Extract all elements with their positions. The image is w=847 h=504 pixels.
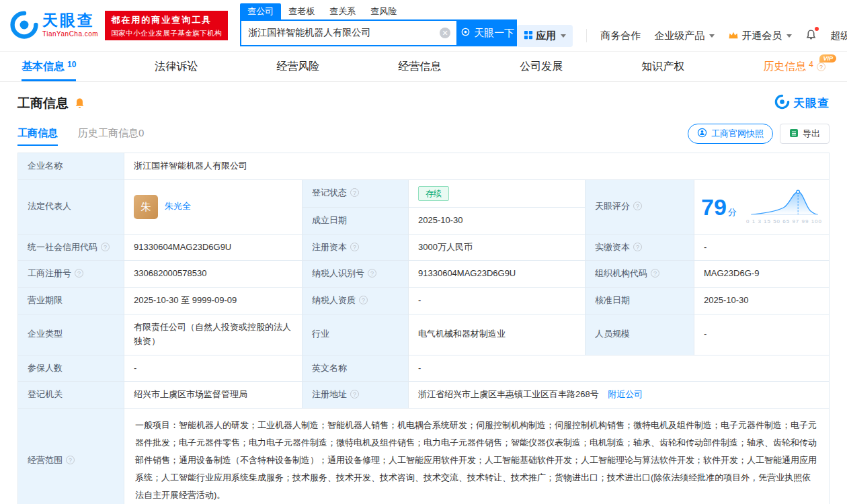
info-icon[interactable]: ? [359, 296, 368, 304]
label-legal-rep: 法定代表人 [18, 179, 124, 234]
table-row: 经营范围? 一般项目：智能机器人的研发；工业机器人制造；智能机器人销售；机电耦合… [18, 409, 830, 504]
info-icon[interactable]: ? [651, 269, 659, 278]
subtab-row: 工商信息 历史工商信息0 工商官网快照 导出 [17, 122, 830, 146]
label-reg-status: 登记状态? [302, 179, 409, 207]
value-reg-authority: 绍兴市上虞区市场监督管理局 [124, 382, 302, 409]
info-icon[interactable]: ? [66, 456, 75, 464]
search-input[interactable] [248, 28, 440, 38]
search-tab-relation[interactable]: 查关系 [322, 3, 363, 19]
value-insured-count: - [124, 355, 302, 382]
chevron-down-icon [709, 34, 715, 38]
tianyancha-logo[interactable]: 天眼查 TianYanCha.com [9, 8, 98, 42]
label-taxpayer-quali: 纳税人资质? [302, 288, 409, 314]
score-axis-labels: 0 1 3 15 50 65 97 99 100 [746, 218, 822, 226]
search-button[interactable]: 天眼一下 [458, 19, 517, 46]
search-button-label: 天眼一下 [474, 27, 514, 40]
clear-search-icon[interactable]: ✕ [440, 28, 450, 38]
label-score: 天眼评分? [586, 179, 694, 234]
cooperation-label: 商务合作 [600, 30, 641, 42]
label-establish-date: 成立日期 [302, 207, 409, 234]
tab-operating-info[interactable]: 经营信息 [398, 52, 441, 81]
notification-dot [815, 27, 819, 31]
export-button[interactable]: 导出 [780, 124, 830, 144]
enterprise-products-menu[interactable]: 企业级产品 [654, 30, 715, 42]
watermark-logo: 天眼查 [774, 94, 830, 112]
open-vip-menu[interactable]: 开通会员 [728, 30, 792, 42]
nearby-companies-link[interactable]: 附近公司 [608, 389, 643, 399]
value-paid-capital: - [694, 234, 830, 261]
tab-intellectual-property[interactable]: 知识产权 [641, 52, 684, 81]
info-icon[interactable]: ? [633, 202, 642, 210]
watermark-text: 天眼查 [793, 95, 830, 111]
info-icon[interactable]: ? [75, 269, 83, 278]
search-tab-risk[interactable]: 查风险 [363, 3, 404, 19]
info-icon[interactable]: ? [350, 243, 359, 251]
apps-menu[interactable]: 应用 [517, 25, 573, 47]
subtab-history-business-info[interactable]: 历史工商信息0 [78, 122, 144, 146]
tab-company-development[interactable]: 公司发展 [520, 52, 563, 81]
info-icon[interactable]: ? [368, 269, 376, 278]
search-tab-boss[interactable]: 查老板 [281, 3, 322, 19]
company-nav-tabs: 基本信息 10 法律诉讼 经营风险 经营信息 公司发展 知识产权 VIP 历史信… [0, 51, 847, 82]
tab-basic-info[interactable]: 基本信息 10 [22, 52, 76, 81]
info-icon[interactable]: ? [350, 188, 359, 197]
tab-legal-litigation[interactable]: 法律诉讼 [155, 52, 198, 81]
section-title: 工商信息 [17, 95, 69, 112]
info-icon[interactable]: ? [817, 62, 825, 71]
table-row: 工商注册号? 330682000578530 纳税人识别号? 91330604M… [18, 261, 830, 288]
table-row: 登记机关 绍兴市上虞区市场监督管理局 注册地址? 浙江省绍兴市上虞区丰惠镇工业区… [18, 382, 830, 409]
chevron-down-icon [787, 34, 792, 38]
crown-icon [728, 30, 739, 42]
tab-legal-litigation-label: 法律诉讼 [155, 60, 198, 74]
search-block: 查公司 查老板 查关系 查风险 ✕ 天眼一下 [240, 3, 517, 51]
value-credit-code: 91330604MAG23D6G9U [124, 234, 302, 261]
value-taxpayer-id: 91330604MAG23D6G9U [409, 261, 586, 288]
label-reg-capital: 注册资本? [302, 234, 409, 261]
promo-badge: 都在用的商业查询工具 国家中小企业发展子基金旗下机构 [105, 11, 228, 40]
business-info-table: 企业名称 浙江国祥智能机器人有限公司 法定代表人 朱 朱光全 登记状态? 存续 … [17, 153, 830, 504]
enterprise-label: 企业级产品 [654, 30, 704, 42]
info-icon[interactable]: ? [350, 390, 359, 398]
business-cooperation-menu[interactable]: 商务合作 [600, 30, 641, 42]
bell-icon [805, 29, 817, 42]
legal-rep-link[interactable]: 朱光全 [165, 200, 191, 214]
subtab-business-info[interactable]: 工商信息 [17, 122, 58, 146]
value-score: 79分 0 1 3 15 50 65 97 99 100 [694, 179, 830, 234]
info-icon[interactable]: ? [633, 243, 642, 251]
search-tab-company[interactable]: 查公司 [240, 3, 281, 19]
label-staff-size: 人员规模 [586, 314, 694, 355]
grid-icon [524, 30, 533, 42]
tab-historical-info-count: 4 [809, 60, 813, 69]
promo-line1: 都在用的商业查询工具 [111, 14, 222, 26]
label-business-scope: 经营范围? [18, 409, 124, 504]
value-business-scope: 一般项目：智能机器人的研发；工业机器人制造；智能机器人销售；机电耦合系统研发；伺… [124, 409, 830, 504]
score-unit: 分 [728, 207, 737, 217]
info-icon[interactable]: ? [101, 243, 110, 251]
label-org-code: 组织机构代码? [586, 261, 694, 288]
account-name[interactable]: 超级风... [830, 30, 847, 42]
value-company-name: 浙江国祥智能机器人有限公司 [124, 153, 830, 180]
tab-operating-info-label: 经营信息 [398, 60, 441, 74]
notifications-bell[interactable] [805, 29, 817, 42]
tab-historical-info[interactable]: VIP 历史信息 4 ? [763, 52, 825, 81]
tab-operating-risk[interactable]: 经营风险 [276, 52, 319, 81]
value-business-term: 2025-10-30 至 9999-09-09 [124, 288, 302, 314]
label-english-name: 英文名称 [302, 355, 409, 382]
label-paid-capital: 实缴资本? [586, 234, 694, 261]
monitor-bell-icon[interactable] [74, 97, 85, 109]
label-reg-authority: 登记机关 [18, 382, 124, 409]
value-reg-capital: 3000万人民币 [409, 234, 586, 261]
value-reg-status: 存续 [409, 179, 586, 207]
search-input-wrap: ✕ [240, 19, 458, 46]
table-row: 企业类型 有限责任公司（自然人投资或控股的法人独资） 行业 电气机械和器材制造业… [18, 314, 830, 355]
score-chart: 0 1 3 15 50 65 97 99 100 [746, 187, 822, 226]
value-industry: 电气机械和器材制造业 [409, 314, 586, 355]
official-snapshot-button[interactable]: 工商官网快照 [688, 124, 773, 144]
label-taxpayer-id: 纳税人识别号? [302, 261, 409, 288]
value-approval-date: 2025-10-30 [694, 288, 830, 314]
label-company-type: 企业类型 [18, 314, 124, 355]
divider [586, 29, 587, 42]
value-establish-date: 2025-10-30 [409, 207, 586, 234]
brand-name: 天眼查 [42, 13, 98, 28]
score-value: 79 [701, 194, 727, 220]
